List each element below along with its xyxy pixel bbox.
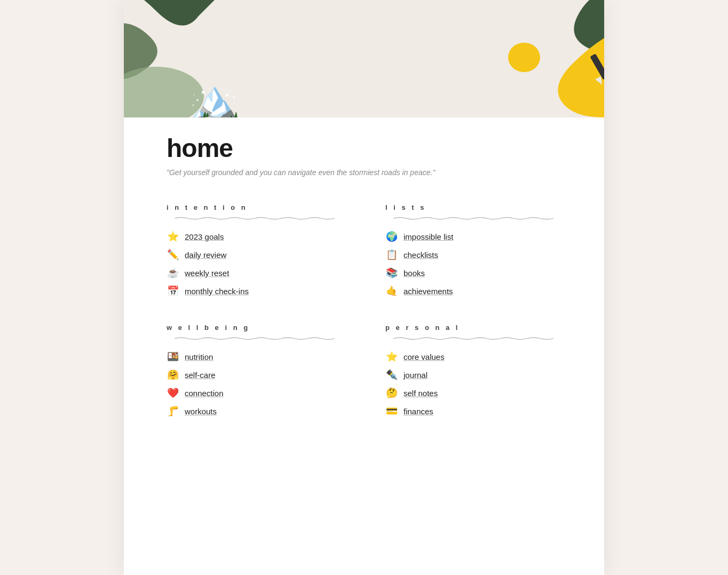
main-content: home "Get yourself grounded and you can … [124, 117, 604, 449]
section-intention: i n t e n t i o n⭐2023 goals✏️daily revi… [167, 203, 343, 297]
list-item[interactable]: 📅monthly check-ins [167, 285, 343, 297]
list-item[interactable]: 🤔self notes [385, 387, 561, 399]
list-item[interactable]: 🌍impossible list [385, 231, 561, 242]
item-emoji-icon: ⭐ [385, 351, 398, 363]
item-link[interactable]: weekly reset [185, 269, 229, 278]
item-emoji-icon: 🤗 [167, 369, 179, 381]
item-emoji-icon: ❤️ [167, 387, 179, 399]
list-item[interactable]: 🦵workouts [167, 405, 343, 417]
item-link[interactable]: achievements [403, 287, 453, 296]
item-emoji-icon: ⭐ [167, 231, 179, 242]
item-link[interactable]: daily review [185, 250, 226, 259]
item-link[interactable]: workouts [185, 407, 217, 416]
item-emoji-icon: 💳 [385, 405, 398, 417]
page-quote: "Get yourself grounded and you can navig… [167, 168, 561, 177]
list-item[interactable]: ☕weekly reset [167, 267, 343, 279]
item-emoji-icon: 🤙 [385, 285, 398, 297]
list-item[interactable]: 🍱nutrition [167, 351, 343, 363]
list-item[interactable]: ⭐core values [385, 351, 561, 363]
item-emoji-icon: 📋 [385, 249, 398, 261]
item-emoji-icon: 📅 [167, 285, 179, 297]
divider-lists [385, 216, 561, 221]
item-emoji-icon: ☕ [167, 267, 179, 279]
header-banner: 🏔️ [124, 0, 604, 117]
item-emoji-icon: 📚 [385, 267, 398, 279]
list-item[interactable]: ✒️journal [385, 369, 561, 381]
sections-grid: i n t e n t i o n⭐2023 goals✏️daily revi… [167, 203, 561, 417]
item-emoji-icon: ✏️ [167, 249, 179, 261]
list-item[interactable]: 🤙achievements [385, 285, 561, 297]
section-title-wellbeing: w e l l b e i n g [167, 324, 343, 332]
item-emoji-icon: 🦵 [167, 405, 179, 417]
item-emoji-icon: 🌍 [385, 231, 398, 242]
list-item[interactable]: ✏️daily review [167, 249, 343, 261]
section-items-personal: ⭐core values✒️journal🤔self notes💳finance… [385, 351, 561, 417]
section-title-personal: p e r s o n a l [385, 324, 561, 332]
item-link[interactable]: connection [185, 389, 224, 398]
item-link[interactable]: journal [403, 371, 428, 380]
section-items-lists: 🌍impossible list📋checklists📚books🤙achiev… [385, 231, 561, 297]
mountain-icon: 🏔️ [188, 80, 241, 117]
item-link[interactable]: self-care [185, 371, 216, 380]
section-items-wellbeing: 🍱nutrition🤗self-care❤️connection🦵workout… [167, 351, 343, 417]
divider-personal [385, 336, 561, 341]
list-item[interactable]: 🤗self-care [167, 369, 343, 381]
item-emoji-icon: 🍱 [167, 351, 179, 363]
list-item[interactable]: ⭐2023 goals [167, 231, 343, 242]
page-wrapper: 🏔️ home "Get yourself grounded and you c… [124, 0, 604, 575]
item-link[interactable]: 2023 goals [185, 232, 224, 241]
list-item[interactable]: 💳finances [385, 405, 561, 417]
item-link[interactable]: books [403, 269, 425, 278]
section-title-lists: l i s t s [385, 203, 561, 211]
page-title: home [167, 133, 561, 163]
divider-intention [167, 216, 343, 221]
item-link[interactable]: finances [403, 407, 433, 416]
item-link[interactable]: monthly check-ins [185, 287, 249, 296]
section-items-intention: ⭐2023 goals✏️daily review☕weekly reset📅m… [167, 231, 343, 297]
item-emoji-icon: 🤔 [385, 387, 398, 399]
section-wellbeing: w e l l b e i n g🍱nutrition🤗self-care❤️c… [167, 324, 343, 417]
section-lists: l i s t s🌍impossible list📋checklists📚boo… [385, 203, 561, 297]
item-link[interactable]: impossible list [403, 232, 453, 241]
section-personal: p e r s o n a l⭐core values✒️journal🤔sel… [385, 324, 561, 417]
item-link[interactable]: self notes [403, 389, 438, 398]
yellow-hand-icon [465, 32, 604, 117]
item-link[interactable]: core values [403, 352, 445, 361]
list-item[interactable]: ❤️connection [167, 387, 343, 399]
item-link[interactable]: nutrition [185, 352, 213, 361]
list-item[interactable]: 📚books [385, 267, 561, 279]
item-link[interactable]: checklists [403, 250, 438, 259]
divider-wellbeing [167, 336, 343, 341]
list-item[interactable]: 📋checklists [385, 249, 561, 261]
item-emoji-icon: ✒️ [385, 369, 398, 381]
section-title-intention: i n t e n t i o n [167, 203, 343, 211]
